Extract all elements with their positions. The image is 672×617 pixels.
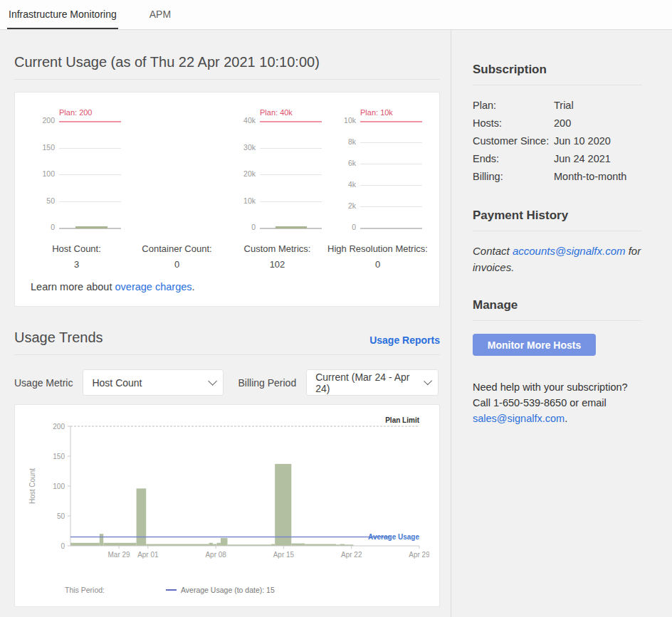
- customer-since-value: Jun 10 2020: [554, 132, 611, 150]
- subscription-row-hosts: Hosts: 200: [473, 115, 642, 132]
- usage-metric-selected-value: Host Count: [92, 377, 142, 389]
- average-usage-legend-icon: [166, 589, 177, 591]
- host-count-column: 200150100500Plan: 200 Host Count: 3: [26, 102, 127, 270]
- subscription-row-plan: Plan: Trial: [473, 97, 642, 115]
- container-count-label: Container Count:: [127, 243, 227, 254]
- overage-charges-link[interactable]: overage charges: [115, 281, 192, 292]
- accounts-email-link[interactable]: accounts@signalfx.com: [513, 245, 626, 257]
- svg-text:Plan Limit: Plan Limit: [385, 416, 419, 424]
- chart-legend: This Period: Average Usage (to date): 15: [65, 586, 429, 594]
- billing-period-label: Billing Period: [238, 377, 296, 389]
- billing-period-select[interactable]: Current (Mar 24 - Apr 24): [306, 369, 439, 396]
- learn-more-suffix: .: [192, 281, 195, 292]
- plan-value: Trial: [554, 97, 574, 115]
- ends-label: Ends:: [473, 150, 554, 168]
- learn-more-prefix: Learn more about: [31, 281, 115, 292]
- trend-filters: Usage Metric Host Count Billing Period C…: [14, 369, 440, 396]
- learn-more-text: Learn more about overage charges.: [26, 281, 428, 292]
- divider: [473, 320, 642, 321]
- tab-bar: Infrastructure Monitoring APM: [0, 0, 672, 30]
- divider: [473, 85, 642, 85]
- billing-period-selected-value: Current (Mar 24 - Apr 24): [315, 371, 416, 394]
- high-resolution-metrics-column: 10k8k6k4k2k0Plan: 10k High Resolution Me…: [327, 102, 428, 270]
- billing-label: Billing:: [473, 168, 554, 186]
- hosts-value: 200: [554, 115, 571, 132]
- usage-trend-chart-card: 050100150200Mar 29Apr 01Apr 08Apr 15Apr …: [14, 404, 440, 607]
- high-resolution-metrics-mini-chart: 10k8k6k4k2k0Plan: 10k: [327, 102, 428, 242]
- payment-history-title: Payment History: [473, 209, 642, 223]
- svg-text:200: 200: [53, 423, 65, 431]
- host-count-label: Host Count:: [26, 243, 127, 254]
- tab-apm[interactable]: APM: [148, 0, 172, 29]
- svg-text:Mar 29: Mar 29: [107, 551, 130, 559]
- container-count-value: 0: [127, 259, 227, 270]
- legend-period-label: This Period:: [65, 586, 105, 594]
- container-count-mini-chart: [127, 102, 227, 242]
- subscription-row-billing: Billing: Month-to-month: [473, 168, 642, 186]
- container-count-column: Container Count: 0: [127, 102, 227, 270]
- custom-metrics-value: 102: [227, 259, 327, 270]
- custom-metrics-mini-chart: 40k30k20k10k0Plan: 40k: [227, 102, 327, 242]
- subscription-row-ends: Ends: Jun 24 2021: [473, 150, 642, 168]
- sales-email-link[interactable]: sales@signalfx.com: [473, 413, 565, 424]
- subscription-title: Subscription: [473, 63, 642, 77]
- svg-text:Apr 08: Apr 08: [205, 551, 226, 559]
- svg-text:Apr 15: Apr 15: [273, 551, 295, 559]
- svg-text:Host Count: Host Count: [28, 468, 36, 504]
- usage-metric-select[interactable]: Host Count: [83, 369, 224, 396]
- customer-since-label: Customer Since:: [473, 132, 554, 150]
- host-count-mini-chart: 200150100500Plan: 200: [26, 102, 127, 242]
- chevron-down-icon: [424, 376, 432, 385]
- hosts-label: Hosts:: [473, 115, 554, 132]
- divider: [473, 231, 642, 231]
- subscription-sidebar: Subscription Plan: Trial Hosts: 200 Cust…: [451, 30, 672, 617]
- help-line2: Call 1-650-539-8650 or email: [473, 397, 607, 408]
- main-content: Current Usage (as of Thu 22 Apr 2021 10:…: [0, 30, 451, 617]
- custom-metrics-label: Custom Metrics:: [227, 243, 327, 254]
- svg-text:Apr 01: Apr 01: [137, 551, 159, 559]
- usage-trends-title: Usage Trends: [14, 329, 103, 346]
- help-text: Need help with your subscription? Call 1…: [473, 379, 642, 426]
- subscription-row-customer-since: Customer Since: Jun 10 2020: [473, 132, 642, 150]
- help-suffix: .: [565, 413, 567, 424]
- custom-metrics-column: 40k30k20k10k0Plan: 40k Custom Metrics: 1…: [227, 102, 327, 270]
- high-resolution-metrics-label: High Resolution Metrics:: [327, 243, 428, 254]
- legend-average-label: Average Usage (to date): 15: [181, 586, 275, 594]
- host-count-value: 3: [26, 259, 127, 270]
- manage-title: Manage: [473, 298, 642, 312]
- payment-history-text: Contact accounts@signalfx.com for invoic…: [473, 243, 642, 275]
- subscription-details: Plan: Trial Hosts: 200 Customer Since: J…: [473, 97, 642, 186]
- tab-infrastructure-monitoring[interactable]: Infrastructure Monitoring: [7, 0, 118, 29]
- current-usage-card: 200150100500Plan: 200 Host Count: 3 Cont…: [14, 92, 440, 307]
- usage-reports-link[interactable]: Usage Reports: [369, 334, 440, 346]
- svg-text:0: 0: [61, 542, 65, 550]
- high-resolution-metrics-value: 0: [327, 259, 428, 270]
- svg-text:50: 50: [57, 512, 65, 520]
- mini-charts-row: 200150100500Plan: 200 Host Count: 3 Cont…: [26, 102, 428, 270]
- chevron-down-icon: [209, 376, 218, 386]
- billing-value: Month-to-month: [554, 168, 626, 186]
- current-usage-title: Current Usage (as of Thu 22 Apr 2021 10:…: [14, 54, 440, 70]
- divider: [14, 79, 440, 80]
- plan-label: Plan:: [473, 97, 554, 115]
- usage-metric-label: Usage Metric: [14, 377, 73, 389]
- monitor-more-hosts-button[interactable]: Monitor More Hosts: [473, 334, 596, 356]
- svg-text:Apr 29: Apr 29: [409, 551, 429, 559]
- divider: [14, 354, 440, 355]
- svg-text:100: 100: [53, 482, 65, 490]
- payment-text-prefix: Contact: [473, 245, 513, 257]
- svg-text:150: 150: [53, 453, 65, 460]
- svg-text:Apr 22: Apr 22: [341, 551, 362, 559]
- ends-value: Jun 24 2021: [554, 150, 611, 168]
- svg-text:Average Usage: Average Usage: [368, 533, 419, 541]
- host-count-trend-chart: 050100150200Mar 29Apr 01Apr 08Apr 15Apr …: [25, 416, 429, 573]
- help-line1: Need help with your subscription?: [473, 381, 628, 393]
